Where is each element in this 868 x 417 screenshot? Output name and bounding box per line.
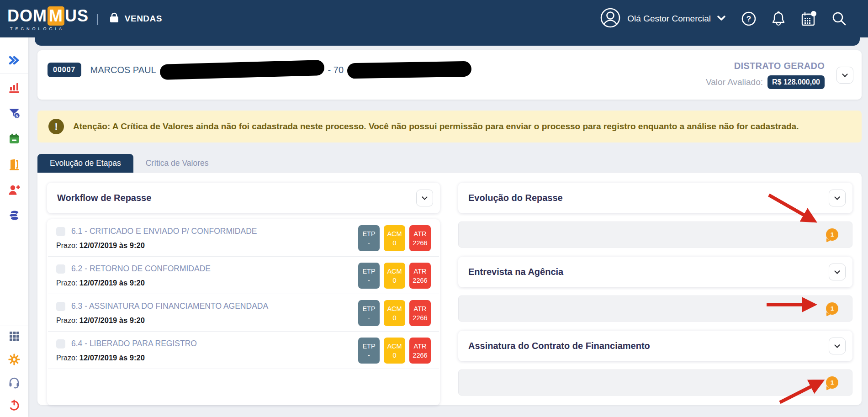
chevron-down-icon — [422, 194, 428, 200]
atr-badge: ATR2266 — [409, 338, 431, 364]
user-menu[interactable]: Olá Gestor Comercial — [600, 7, 725, 30]
comment-count-badge[interactable]: 1 — [826, 228, 838, 241]
workflow-item: 6.4 - LIBERADO PARA REGISTRO Prazo: 12/0… — [48, 332, 439, 369]
step-checkbox[interactable] — [56, 339, 65, 348]
logo-text-end: US — [65, 6, 89, 26]
dommus-logo[interactable]: DOMMUS TECNOLOGIA — [7, 6, 89, 31]
logo-subtitle: TECNOLOGIA — [10, 26, 64, 31]
calendar-notification-dot — [811, 11, 816, 16]
top-navbar: DOMMUS TECNOLOGIA | VENDAS Olá Gestor Co… — [0, 0, 868, 37]
schedule-calendar-icon[interactable] — [0, 132, 28, 145]
main-content: 00007 MARCOS PAUL - 70 DISTRATO GERADO V… — [28, 37, 868, 417]
chevron-down-icon — [717, 15, 725, 23]
calendar-icon[interactable] — [800, 11, 817, 27]
process-id-separator: - 70 — [328, 65, 344, 75]
settings-gear-icon[interactable] — [0, 353, 28, 366]
etp-badge: ETP- — [358, 338, 380, 364]
process-name-text: MARCOS PAUL — [90, 65, 156, 75]
sales-funnel-icon[interactable]: $ — [0, 107, 28, 120]
svg-text:?: ? — [746, 15, 751, 23]
section-title: Entrevista na Agência — [468, 267, 563, 277]
value-badge: R$ 128.000,00 — [767, 75, 825, 89]
tab-bar: Evolução de Etapas Crítica de Valores — [37, 154, 221, 173]
warning-banner: ! Atenção: A Crítica de Valores ainda nã… — [37, 111, 862, 143]
support-headset-icon[interactable] — [0, 376, 28, 389]
step-checkbox[interactable] — [56, 302, 65, 311]
add-person-icon[interactable] — [0, 184, 28, 196]
prazo-value: 12/07/2019 às 9:20 — [79, 241, 145, 249]
workflow-header-card: Workflow de Repasse — [47, 183, 440, 213]
prazo-label: Prazo: — [56, 317, 77, 324]
tab-evolucao-etapas[interactable]: Evolução de Etapas — [37, 154, 133, 173]
logo-orange-m: M — [48, 6, 64, 26]
search-icon[interactable] — [831, 11, 847, 26]
door-exit-icon[interactable] — [0, 158, 28, 171]
acm-badge: ACM0 — [384, 338, 405, 364]
process-code-badge: 00007 — [48, 63, 81, 77]
modules-grid-icon[interactable] — [0, 330, 28, 343]
prazo-value: 12/07/2019 às 9:20 — [79, 354, 145, 362]
section-empty-bar: 1 — [458, 296, 852, 322]
section-collapse-button[interactable] — [829, 264, 846, 280]
redaction-mark — [159, 60, 324, 80]
comment-count-badge[interactable]: 1 — [826, 376, 838, 389]
step-title: 6.2 - RETORNO DE CONFORMIDADE — [71, 264, 211, 274]
value-label: Valor Avaliado: — [706, 77, 763, 87]
workflow-item: 6.1 - CRITICADO E ENVIADO P/ CONFORMIDAD… — [48, 219, 439, 257]
workflow-item: 6.3 - ASSINATURA DO FINANCIAMENTO AGENDA… — [48, 294, 439, 332]
logout-power-icon[interactable] — [0, 399, 28, 412]
process-status: DISTRATO GERADO — [734, 61, 825, 71]
section-empty-bar: 1 — [458, 369, 852, 396]
prazo-label: Prazo: — [56, 354, 77, 362]
module-vendas[interactable]: VENDAS — [108, 12, 162, 26]
expand-sidebar-icon[interactable] — [0, 54, 28, 67]
section-assinatura-contrato: Assinatura do Contrato de Financiamento — [458, 331, 852, 361]
navbar-separator: | — [96, 12, 99, 26]
step-checkbox[interactable] — [56, 264, 65, 274]
prazo-value: 12/07/2019 às 9:20 — [79, 316, 145, 324]
coins-stack-icon[interactable] — [0, 209, 28, 222]
section-title: Assinatura do Contrato de Financiamento — [468, 341, 650, 351]
scrolled-card-edge — [35, 37, 860, 46]
workflow-title: Workflow de Repasse — [57, 193, 151, 203]
etp-badge: ETP- — [358, 225, 380, 251]
user-greeting: Olá Gestor Comercial — [627, 14, 711, 24]
comment-count-badge[interactable]: 1 — [826, 302, 838, 315]
atr-badge: ATR2266 — [409, 263, 431, 289]
workflow-item: 6.2 - RETORNO DE CONFORMIDADE Prazo: 12/… — [48, 257, 439, 294]
prazo-label: Prazo: — [56, 242, 77, 249]
process-name: MARCOS PAUL - 70 — [90, 62, 472, 78]
section-empty-bar: 1 — [458, 222, 852, 248]
etp-badge: ETP- — [358, 300, 380, 326]
atr-badge: ATR2266 — [409, 300, 431, 326]
prazo-label: Prazo: — [56, 279, 77, 287]
tab-critica-valores[interactable]: Crítica de Valores — [133, 154, 221, 173]
avatar-icon — [600, 7, 621, 30]
section-collapse-button[interactable] — [829, 338, 846, 354]
warning-text: Atenção: A Crítica de Valores ainda não … — [73, 121, 799, 132]
bag-icon — [108, 12, 120, 26]
step-title: 6.4 - LIBERADO PARA REGISTRO — [71, 339, 197, 348]
step-title: 6.3 - ASSINATURA DO FINANCIAMENTO AGENDA… — [71, 301, 268, 311]
section-title: Evolução do Repasse — [468, 193, 563, 203]
chevron-down-icon — [834, 268, 840, 274]
chevron-down-icon — [842, 71, 848, 77]
redaction-mark — [347, 61, 472, 79]
acm-badge: ACM0 — [384, 263, 405, 289]
help-icon[interactable]: ? — [741, 11, 757, 26]
module-label: VENDAS — [125, 14, 162, 24]
notifications-bell-icon[interactable] — [771, 11, 786, 26]
workflow-list: 6.1 - CRITICADO E ENVIADO P/ CONFORMIDAD… — [47, 219, 440, 405]
prazo-value: 12/07/2019 às 9:20 — [79, 279, 145, 287]
workflow-collapse-button[interactable] — [416, 190, 433, 206]
etp-badge: ETP- — [358, 263, 380, 289]
dashboard-chart-icon[interactable] — [0, 81, 28, 94]
section-collapse-button[interactable] — [829, 190, 846, 206]
chevron-down-icon — [834, 342, 840, 348]
logo-text: DOM — [7, 6, 47, 26]
acm-badge: ACM0 — [384, 225, 405, 251]
section-evolucao-repasse: Evolução do Repasse — [458, 183, 852, 213]
process-expand-button[interactable] — [836, 67, 853, 84]
atr-badge: ATR2266 — [409, 225, 431, 251]
step-checkbox[interactable] — [56, 227, 65, 236]
